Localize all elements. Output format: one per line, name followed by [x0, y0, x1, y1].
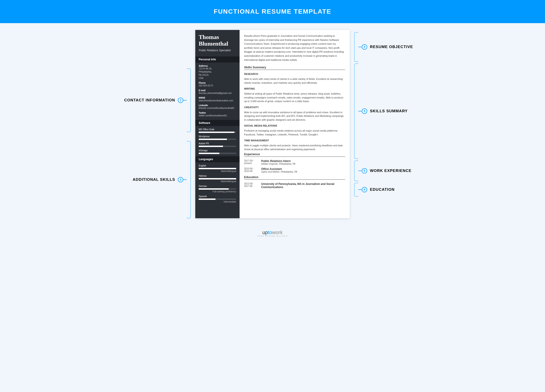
software-skill: InDesign: [199, 149, 236, 154]
callout-label: RESUME OBJECTIVE: [370, 45, 413, 49]
brand-work: work: [272, 229, 283, 235]
page-header: FUNCTIONAL RESUME TEMPLATE: [0, 0, 545, 23]
connector-line: [358, 111, 362, 111]
callout-label: EDUCATION: [370, 187, 395, 192]
skill-description: Proficient at managing social media rela…: [244, 129, 345, 136]
experience-row: 2017-09 - presentPublic Relations Intern…: [244, 159, 345, 165]
callouts-left: CONTACT INFORMATION 1 ADDITIONAL SKILLS …: [123, 30, 191, 218]
skill-name: MS Office Suite: [199, 128, 236, 131]
www-value: www.thomblumenthalcreative.com: [199, 99, 236, 102]
skill-name: German: [199, 185, 236, 187]
callout-contact: CONTACT INFORMATION 1: [124, 68, 191, 132]
www-label: WWW: [199, 97, 236, 99]
job-title: Public Relations Specialist: [199, 49, 236, 52]
callout-education: 6 EDUCATION: [354, 183, 395, 196]
callout-experience: 5 WORK EXPERIENCE: [354, 161, 411, 181]
skill-name: Hebrew: [199, 175, 236, 177]
email-value: thomas.j.blumenthal@gmail.com: [199, 92, 236, 95]
bracket-icon: [354, 64, 358, 159]
callout-number: 4: [178, 177, 183, 182]
experience-company: Ogilvy and Mather, Philadelphia, PA: [261, 171, 345, 173]
education-row: 2012-08 - 2017-05University of Pennsylva…: [244, 182, 345, 189]
section-personal-info: Personal Info: [195, 56, 240, 62]
language-skill: GermanFull working proficiency: [199, 185, 236, 193]
skill-bar: [199, 153, 236, 154]
skill-name: InDesign: [199, 149, 236, 152]
section-skills-summary: Skills Summary: [244, 66, 345, 70]
email-label: E-mail: [199, 89, 236, 92]
skill-bar: [199, 168, 236, 169]
language-skill: HebrewNative/bilingual: [199, 175, 236, 183]
software-skill: Adobe PS: [199, 142, 236, 147]
callout-number: 2: [362, 44, 367, 50]
callout-label: SKILLS SUMMARY: [370, 109, 408, 114]
resume-document: Thomas Blumenthal Public Relations Speci…: [195, 30, 350, 218]
twitter-label: Twitter: [199, 112, 236, 114]
callout-skills: 3 SKILLS SUMMARY: [354, 64, 408, 159]
experience-date: 2017-09 - present: [244, 159, 258, 165]
footer: uptowork YOUR RESUME BUILDER: [0, 225, 545, 244]
language-skill: SpanishIntermediate: [199, 195, 236, 203]
skill-name: Wordpress: [199, 135, 236, 138]
skill-bar: [199, 139, 236, 140]
skill-name: English: [199, 164, 236, 167]
language-skill: EnglishNative/bilingual: [199, 164, 236, 172]
linkedin-value: linkedin.com/me/thomblumenthal81: [199, 107, 236, 110]
main-layout: CONTACT INFORMATION 1 ADDITIONAL SKILLS …: [0, 23, 545, 225]
linkedin-label: LinkedIn: [199, 104, 236, 107]
skill-level: Full working proficiency: [199, 190, 236, 193]
resume-objective: Results-driven Penn graduate in Journali…: [244, 34, 345, 62]
phone-label: Phone: [199, 82, 236, 84]
education-degree: University of Pennsylvania, MA in Journa…: [261, 182, 345, 189]
skill-heading: WRITING: [244, 87, 345, 90]
header-title: FUNCTIONAL RESUME TEMPLATE: [214, 8, 331, 15]
brand-tagline: YOUR RESUME BUILDER: [0, 235, 545, 237]
twitter-value: twitter.com/thommybloom81: [199, 114, 236, 117]
brand-to: to: [268, 229, 272, 235]
experience-row: 2015-06 - 2015-08Office AssistantOgilvy …: [244, 167, 345, 173]
callouts-right: 2 RESUME OBJECTIVE 3 SKILLS SUMMARY 5 WO…: [354, 30, 422, 218]
skill-heading: CREATIVITY: [244, 106, 345, 109]
resume-sidebar: Thomas Blumenthal Public Relations Speci…: [195, 30, 240, 218]
address-value: 713 N 4th St, Philadelphia, PA 19123, US…: [199, 67, 236, 80]
connector-line: [358, 47, 362, 47]
callout-label: CONTACT INFORMATION: [124, 98, 175, 103]
skill-level: Native/bilingual: [199, 170, 236, 172]
callout-number: 3: [362, 109, 367, 114]
connector-line: [358, 171, 362, 171]
skill-description: Able to come up with innovative solution…: [244, 110, 345, 122]
skill-bar: [199, 199, 236, 200]
callout-label: ADDITIONAL SKILLS: [133, 177, 175, 182]
callout-number: 5: [362, 168, 367, 174]
callout-additional-skills: ADDITIONAL SKILLS 4: [133, 141, 191, 218]
address-label: Address: [199, 65, 236, 67]
section-software: Software: [195, 120, 240, 126]
callout-label: WORK EXPERIENCE: [370, 169, 411, 173]
skill-heading: TIME MANAGEMENT: [244, 139, 345, 142]
skill-bar: [199, 132, 236, 133]
callout-objective: 2 RESUME OBJECTIVE: [354, 32, 413, 62]
education-date: 2012-08 - 2017-05: [244, 182, 258, 189]
skill-bar: [199, 146, 236, 147]
software-skill: MS Office Suite: [199, 128, 236, 133]
bracket-icon: [354, 183, 358, 196]
connector-line: [183, 100, 187, 101]
skill-description: Able to juggle multiple clients and proj…: [244, 144, 345, 151]
bracket-icon: [187, 68, 191, 132]
experience-date: 2015-06 - 2015-08: [244, 167, 258, 173]
connector-line: [358, 189, 362, 190]
callout-number: 1: [178, 97, 183, 103]
skill-heading: RESEARCH: [244, 72, 345, 75]
experience-company: Adidas Originals, Philadelphia, PA: [261, 163, 345, 165]
skill-heading: SOCIAL MEDIA RELATIONS: [244, 124, 345, 127]
bracket-icon: [354, 32, 358, 62]
bracket-icon: [187, 141, 191, 218]
experience-title: Public Relations Intern: [261, 159, 345, 163]
skill-bar: [199, 188, 236, 190]
connector-line: [183, 180, 187, 180]
phone-value: 202-555-0173: [199, 84, 236, 87]
skill-name: Spanish: [199, 195, 236, 198]
brand-logo: uptowork: [0, 229, 545, 235]
skill-description: Able to work with many kinds of clients …: [244, 77, 345, 84]
skill-description: Skilled at writing all types of Public R…: [244, 92, 345, 103]
